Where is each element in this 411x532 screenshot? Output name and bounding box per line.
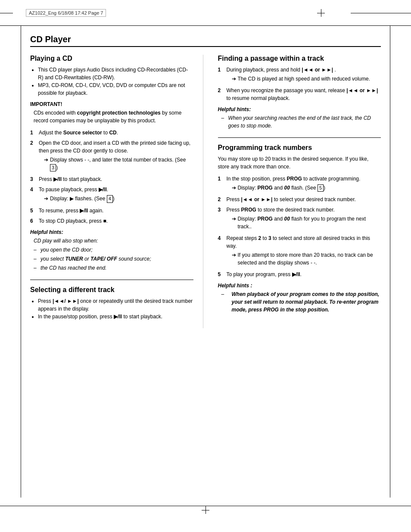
hint-text-2: you select TUNER or TAPE/ OFF sound sour… (40, 255, 151, 263)
prog-step-num-2: 2 (218, 196, 224, 203)
prog-step-content-2: Press |◄◄ or ►►| to select your desired … (227, 196, 381, 203)
selecting-bullet-2: In the pause/stop position, press ▶/II t… (38, 313, 193, 320)
important-text: CDs encoded with copyright protection te… (30, 109, 193, 124)
fp-hint-dash: – (221, 114, 226, 130)
fp-step-1: 1 During playback, press and hold |◄◄ or… (218, 66, 381, 84)
prog-step-content-5: To play your program, press ▶/II. (227, 271, 381, 278)
prog-step-num-1: 1 (218, 175, 224, 193)
bold-hold: |◄◄ or ►►| (302, 67, 333, 73)
box-ref-3: 3 (50, 164, 56, 171)
step-4-arrow-text: Display: ▶ flashes. (See 4) (50, 195, 115, 202)
step-num-1: 1 (30, 129, 36, 137)
box-ref-4: 4 (107, 195, 113, 202)
step-3: 3 Press ▶/II to start playback. (30, 175, 193, 183)
bottom-crosshair (202, 506, 209, 514)
bold-play-prog: ▶/II (292, 271, 300, 277)
fp-step-1-arrow: ➔ The CD is played at high speed and wit… (227, 75, 381, 83)
bold-skip-p2: |◄◄ or ►►| (241, 196, 273, 202)
prog-step-2: 2 Press |◄◄ or ►►| to select your desire… (218, 196, 381, 203)
top-bar-crosshair (317, 9, 325, 17)
bottom-bar (0, 498, 411, 532)
helpful-hints-label-playing: Helpful hints: (30, 229, 193, 235)
fp-step-1-arrow-text: The CD is played at high speed and with … (238, 75, 371, 83)
bold-tape: TAPE/ OFF (90, 256, 117, 262)
step-content-5: To resume, press ▶/II again. (39, 207, 193, 215)
selecting-track-section: Selecting a different track Press |◄◄/ ►… (30, 286, 193, 320)
header-text: AZ1022_Eng 6/18/08 17:42 Page 7 (26, 9, 106, 17)
arrow-symbol-p3: ➔ (232, 215, 236, 230)
bold-skip: |◄◄/ ►►| (53, 298, 79, 304)
step-6: 6 To stop CD playback, press ■. (30, 217, 193, 225)
fp-step-num-2: 2 (218, 87, 224, 102)
prog-step-1: 1 In the stop position, press PROG to ac… (218, 175, 381, 193)
box-ref-5: 5 (318, 184, 324, 192)
fp-hint-text: When your searching reaches the end of t… (228, 114, 381, 130)
top-bar-right-line (351, 13, 411, 13)
prog-step-4: 4 Repeat steps 2 to 3 to select and stor… (218, 234, 381, 268)
step-content-6: To stop CD playback, press ■. (39, 217, 193, 225)
bold-step2: 2 (258, 235, 262, 241)
step-4: 4 To pause playback, press ▶/II. ➔ Displ… (30, 186, 193, 204)
page-title: CD Player (30, 34, 381, 47)
programming-steps: 1 In the stop position, press PROG to ac… (218, 175, 381, 278)
prog-hint-item: – When playback of your program comes to… (218, 290, 381, 314)
right-margin-line (390, 26, 390, 498)
bullet-item: MP3, CD-ROM, CD-I, CDV, VCD, DVD or comp… (38, 81, 193, 97)
helpful-hints-label-prog: Helpful hints : (218, 283, 381, 289)
bold-play3: ▶/II (53, 176, 62, 182)
fp-step-2: 2 When you recognize the passage you wan… (218, 87, 381, 102)
prog-step-1-arrow: ➔ Display: PROG and 00 flash. (See 5) (227, 184, 381, 192)
bold-play4: ▶/II (99, 187, 107, 193)
step-1: 1 Adjust the Source selector to CD. (30, 129, 193, 137)
step-content-1: Adjust the Source selector to CD. (39, 129, 193, 137)
step-num-2: 2 (30, 139, 36, 173)
prog-step-content-1: In the stop position, press PROG to acti… (227, 175, 381, 193)
playing-cd-steps: 1 Adjust the Source selector to CD. 2 Op… (30, 129, 193, 225)
selecting-track-title: Selecting a different track (30, 286, 193, 294)
hint-text-1: you open the CD door; (40, 246, 93, 254)
arrow-symbol-p4: ➔ (232, 251, 236, 267)
playing-cd-section: Playing a CD This CD player plays Audio … (30, 55, 193, 272)
bold-play-sel: ▶/II (114, 314, 122, 320)
arrow-symbol: ➔ (44, 156, 48, 171)
hint-dash-1: – (34, 246, 38, 254)
step-content-4: To pause playback, press ▶/II. ➔ Display… (39, 186, 193, 204)
prog-step-content-3: Press PROG to store the desired track nu… (227, 206, 381, 232)
prog-step-4-arrow-text: If you attempt to store more than 20 tra… (238, 251, 381, 267)
arrow-symbol-4: ➔ (44, 195, 48, 202)
bold-prog1: PROG (287, 176, 302, 182)
arrow-symbol-p1: ➔ (232, 184, 236, 192)
bold-play5: ▶/II (80, 208, 88, 214)
helpful-hints-label-fp: Helpful hints: (218, 106, 381, 112)
programming-intro: You may store up to 20 tracks in the des… (218, 155, 381, 171)
step-content-2: Open the CD door, and insert a CD with t… (39, 139, 193, 173)
bold-source: Source selector (63, 130, 102, 136)
hint-2: – you select TUNER or TAPE/ OFF sound so… (30, 255, 193, 263)
step-num-5: 5 (30, 207, 36, 215)
bold-prog3: PROG (241, 207, 256, 213)
divider-2 (218, 137, 381, 138)
main-content: CD Player Playing a CD This CD player pl… (0, 26, 411, 371)
hint-3: – the CD has reached the end. (30, 264, 193, 272)
bold-cd: CD (109, 130, 116, 136)
divider-1 (30, 280, 193, 280)
step-content-3: Press ▶/II to start playback. (39, 175, 193, 183)
selecting-bullet-1: Press |◄◄/ ►►| once or repeatedly until … (38, 297, 193, 313)
hint-1: – you open the CD door; (30, 246, 193, 254)
finding-passage-section: Finding a passage within a track 1 Durin… (218, 55, 381, 130)
fp-step-content-2: When you recognize the passage you want,… (227, 87, 381, 102)
left-column: Playing a CD This CD player plays Audio … (30, 55, 203, 328)
programming-section: Programming track numbers You may store … (218, 144, 381, 314)
bold-release: |◄◄ or ►►| (346, 87, 378, 93)
step-2-arrow: ➔ Display shows - -, and later the total… (39, 156, 193, 171)
hints-intro-text: CD play will also stop when: (34, 237, 98, 245)
prog-step-4-arrow: ➔ If you attempt to store more than 20 t… (227, 251, 381, 267)
selecting-track-bullets: Press |◄◄/ ►►| once or repeatedly until … (30, 297, 193, 320)
step-num-3: 3 (30, 175, 36, 183)
prog-step-3-arrow: ➔ Display: PROG and 00 flash for you to … (227, 215, 381, 230)
finding-passage-steps: 1 During playback, press and hold |◄◄ or… (218, 66, 381, 102)
bold-copyright: copyright protection technologies (77, 110, 161, 116)
bold-prog-disp1: PROG (258, 185, 273, 191)
italic-or: or (84, 256, 89, 262)
hints-intro: CD play will also stop when: (30, 237, 193, 245)
